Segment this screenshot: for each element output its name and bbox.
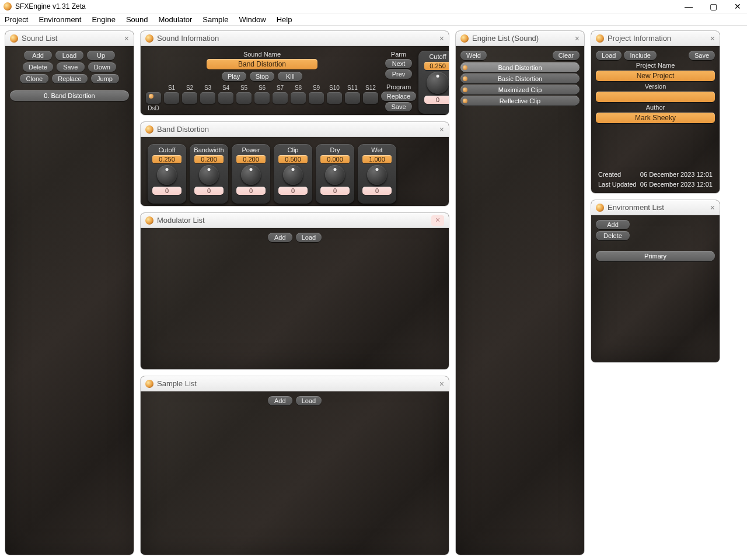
add-button[interactable]: Add bbox=[268, 396, 292, 405]
menu-window[interactable]: Window bbox=[239, 15, 266, 24]
knob-dial[interactable] bbox=[241, 165, 261, 185]
slot-s9[interactable] bbox=[309, 92, 324, 104]
load-button[interactable]: Load bbox=[55, 51, 83, 60]
menu-modulator[interactable]: Modulator bbox=[159, 15, 193, 24]
knob-module-clip: Clip0.5000 bbox=[274, 144, 312, 204]
slot-s3[interactable] bbox=[200, 92, 215, 104]
close-button[interactable]: ✕ bbox=[732, 2, 743, 11]
knob-dial[interactable] bbox=[325, 165, 345, 185]
menu-project[interactable]: Project bbox=[5, 15, 28, 24]
slot-s4[interactable] bbox=[218, 92, 233, 104]
save-button[interactable]: Save bbox=[57, 62, 85, 72]
play-button[interactable]: Play bbox=[222, 72, 246, 81]
add-button[interactable]: Add bbox=[268, 233, 292, 242]
slot-s11[interactable] bbox=[345, 92, 360, 104]
kill-button[interactable]: Kill bbox=[278, 72, 302, 81]
jump-button[interactable]: Jump bbox=[91, 74, 119, 83]
engine-dot-icon bbox=[463, 65, 467, 70]
sound-information-panel: Sound Information × Sound Name Band Dist… bbox=[140, 30, 449, 116]
knob-value[interactable]: 0.250 bbox=[152, 155, 181, 163]
close-icon[interactable]: × bbox=[439, 34, 444, 43]
menu-environment[interactable]: Environment bbox=[39, 15, 81, 24]
sound-name-label: Sound Name bbox=[145, 51, 379, 58]
weld-button[interactable]: Weld bbox=[460, 51, 487, 60]
project-name-value[interactable]: New Project bbox=[596, 71, 715, 81]
close-icon[interactable]: × bbox=[575, 34, 580, 43]
close-icon[interactable]: × bbox=[710, 203, 715, 212]
slot-s8[interactable] bbox=[291, 92, 306, 104]
slot-s5[interactable] bbox=[236, 92, 252, 104]
prev-button[interactable]: Prev bbox=[385, 69, 412, 79]
knob-output: 0 bbox=[278, 187, 308, 195]
engine-row[interactable]: Maximized Clip bbox=[460, 85, 580, 94]
close-icon[interactable]: × bbox=[431, 215, 444, 226]
sound-list-item[interactable]: 0. Band Distortion bbox=[10, 90, 129, 101]
author-value[interactable]: Mark Sheeky bbox=[596, 113, 715, 123]
load-button[interactable]: Load bbox=[596, 51, 622, 60]
slot-s7[interactable] bbox=[273, 92, 288, 104]
knob-value[interactable]: 1.000 bbox=[362, 155, 392, 163]
next-button[interactable]: Next bbox=[385, 59, 412, 68]
slot-dsd[interactable] bbox=[146, 92, 161, 104]
menu-sample[interactable]: Sample bbox=[203, 15, 228, 24]
slot-s1[interactable] bbox=[164, 92, 179, 104]
maximize-button[interactable]: ▢ bbox=[707, 2, 719, 11]
delete-button[interactable]: Delete bbox=[596, 231, 630, 240]
knob-name: Cutoff bbox=[158, 146, 175, 153]
slot-s12[interactable] bbox=[363, 92, 378, 104]
slot-s2[interactable] bbox=[182, 92, 197, 104]
knob-dial[interactable] bbox=[427, 72, 449, 94]
clear-button[interactable]: Clear bbox=[553, 51, 580, 60]
project-information-panel: Project Information × Load Include Save … bbox=[591, 30, 720, 194]
knob-value[interactable]: 0.000 bbox=[320, 155, 350, 163]
menu-engine[interactable]: Engine bbox=[92, 15, 115, 24]
save-program-button[interactable]: Save bbox=[385, 102, 412, 111]
close-icon[interactable]: × bbox=[710, 34, 715, 43]
knob-dial[interactable] bbox=[283, 165, 303, 185]
engine-row[interactable]: Band Distortion bbox=[460, 62, 580, 72]
replace-button[interactable]: Replace bbox=[52, 74, 87, 83]
panel-icon bbox=[460, 34, 469, 43]
window-title: SFXEngine v1.31 Zeta bbox=[15, 2, 86, 10]
menu-sound[interactable]: Sound bbox=[126, 15, 148, 24]
panel-title: Project Information bbox=[608, 34, 707, 43]
slot-s6[interactable] bbox=[254, 92, 270, 104]
replace-program-button[interactable]: Replace bbox=[381, 92, 416, 101]
knob-dial[interactable] bbox=[199, 165, 219, 185]
include-button[interactable]: Include bbox=[624, 51, 656, 60]
menu-help[interactable]: Help bbox=[277, 15, 292, 24]
version-value[interactable] bbox=[596, 92, 715, 102]
knob-value[interactable]: 0.200 bbox=[236, 155, 266, 163]
clone-button[interactable]: Clone bbox=[20, 74, 48, 83]
environment-primary[interactable]: Primary bbox=[596, 251, 715, 261]
knob-dial[interactable] bbox=[157, 165, 177, 185]
engine-row-label: Basic Distortion bbox=[498, 75, 542, 82]
add-button[interactable]: Add bbox=[24, 51, 52, 60]
stop-button[interactable]: Stop bbox=[250, 72, 275, 81]
knob-value[interactable]: 0.200 bbox=[194, 155, 224, 163]
knob-dial[interactable] bbox=[367, 165, 387, 185]
up-button[interactable]: Up bbox=[87, 51, 115, 60]
add-button[interactable]: Add bbox=[596, 220, 630, 229]
sample-list-panel: Sample List × Add Load bbox=[140, 376, 449, 555]
knob-value[interactable]: 0.250 bbox=[424, 62, 449, 70]
sound-name-value[interactable]: Band Distortion bbox=[207, 59, 317, 69]
panel-icon bbox=[10, 34, 18, 43]
slot-s10[interactable] bbox=[327, 92, 342, 104]
load-button[interactable]: Load bbox=[296, 396, 322, 405]
panel-title: Engine List (Sound) bbox=[472, 34, 571, 43]
knob-value[interactable]: 0.500 bbox=[278, 155, 308, 163]
knob-name: Power bbox=[242, 146, 260, 153]
load-button[interactable]: Load bbox=[296, 233, 322, 242]
knob-output: 0 bbox=[320, 187, 350, 195]
delete-button[interactable]: Delete bbox=[23, 62, 53, 72]
save-button[interactable]: Save bbox=[689, 51, 715, 60]
close-icon[interactable]: × bbox=[439, 379, 444, 388]
minimize-button[interactable]: — bbox=[683, 2, 694, 11]
engine-row[interactable]: Reflective Clip bbox=[460, 96, 580, 106]
engine-row[interactable]: Basic Distortion bbox=[460, 74, 580, 83]
close-icon[interactable]: × bbox=[124, 34, 129, 43]
down-button[interactable]: Down bbox=[88, 62, 116, 72]
project-name-label: Project Name bbox=[596, 62, 715, 69]
close-icon[interactable]: × bbox=[439, 125, 444, 134]
